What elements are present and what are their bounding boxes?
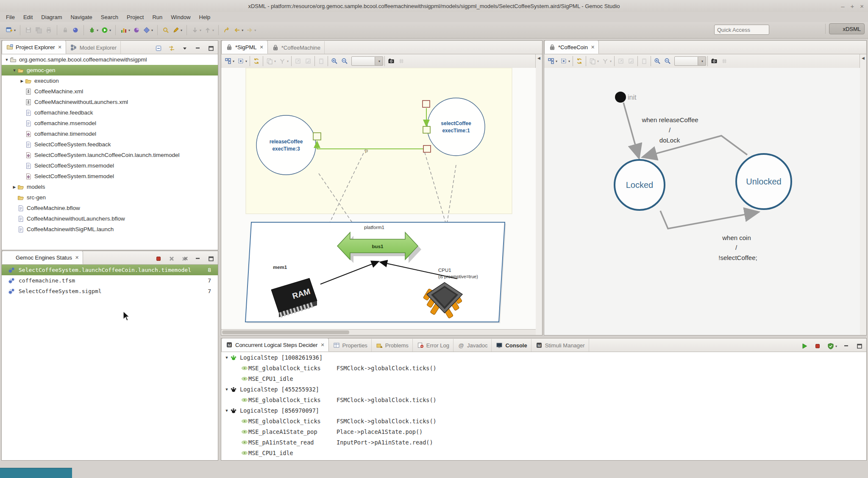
coverage-button[interactable]: ▾ bbox=[119, 25, 131, 36]
tree-collapse-arrow-icon[interactable]: ▶ bbox=[12, 185, 17, 189]
mse-event-row[interactable]: MSE_globalClock_ticksFSMClock->globalClo… bbox=[221, 363, 866, 373]
state-locked[interactable]: Locked bbox=[615, 160, 665, 210]
tree-item-coffeemachinewithoutlaunchers-bflow[interactable]: CoffeeMachinewithoutLaunchers.bflow bbox=[2, 213, 218, 224]
new-wizard-button[interactable]: ▾ bbox=[4, 25, 17, 36]
save-all-button[interactable] bbox=[33, 25, 44, 36]
transition-locked-to-unlocked[interactable] bbox=[660, 211, 756, 229]
dispose-all-button[interactable] bbox=[180, 253, 190, 264]
play-button[interactable] bbox=[799, 341, 810, 352]
dropdown-arrow-icon[interactable]: ▾ bbox=[835, 344, 837, 348]
close-icon[interactable]: ✕ bbox=[591, 45, 595, 50]
zoom-in-button[interactable] bbox=[329, 56, 339, 67]
zoom-out-button[interactable] bbox=[662, 56, 673, 67]
horizontal-scrollbar[interactable] bbox=[221, 329, 536, 335]
profile-button[interactable] bbox=[131, 25, 142, 36]
sigpml-palette-strip[interactable]: ◀ bbox=[535, 54, 542, 335]
zoom-level-select[interactable] bbox=[674, 56, 698, 66]
search-button[interactable] bbox=[161, 25, 171, 36]
dropdown-arrow-icon[interactable]: ▾ bbox=[568, 59, 570, 63]
snapshot-button[interactable] bbox=[386, 56, 396, 67]
tree-item-coffeemachine-bflow[interactable]: CoffeeMachine.bflow bbox=[2, 203, 218, 213]
export-button[interactable] bbox=[293, 56, 303, 67]
tree-item-src-gen[interactable]: src-gen bbox=[2, 192, 218, 203]
tree-item-org-gemoc-sample-bcool-coffeemachinewithsigpml[interactable]: ▼org.gemoc.sample.bcool.coffeemachinewit… bbox=[2, 54, 218, 65]
mse-event-row[interactable]: MSE_pA1inState_readInputPort->pA1inState… bbox=[221, 437, 866, 447]
close-icon[interactable]: ✕ bbox=[75, 255, 79, 260]
tree-expand-arrow-icon[interactable]: ▼ bbox=[224, 387, 230, 391]
save-button[interactable] bbox=[23, 25, 33, 36]
initial-state[interactable]: init bbox=[615, 92, 637, 103]
print-button[interactable] bbox=[44, 25, 54, 36]
menu-run[interactable]: Run bbox=[148, 13, 167, 21]
menu-project[interactable]: Project bbox=[122, 13, 148, 21]
logical-step-row[interactable]: ▼LogicalStep [856970097] bbox=[221, 405, 866, 416]
dispose-button[interactable] bbox=[167, 253, 177, 264]
tree-item-coffeemachine-xml[interactable]: CoffeeMachine.xml bbox=[2, 86, 218, 97]
input-port[interactable] bbox=[423, 145, 431, 152]
dropdown-arrow-icon[interactable]: ▾ bbox=[97, 28, 98, 32]
zoom-in-button[interactable] bbox=[652, 56, 662, 67]
coffeecoin-canvas[interactable]: init Locked Unlocked when releaseCoffee … bbox=[544, 68, 860, 335]
model-button[interactable]: ▾ bbox=[142, 25, 154, 36]
tab-coffeecoin[interactable]: *CoffeeCoin✕ bbox=[544, 40, 599, 54]
collapse-all-button[interactable] bbox=[153, 43, 164, 54]
minimize-button[interactable] bbox=[193, 43, 203, 54]
export-button[interactable] bbox=[616, 56, 626, 67]
tab-project-explorer[interactable]: Project Explorer✕ bbox=[2, 40, 66, 54]
layers-button[interactable]: ▾ bbox=[559, 56, 571, 67]
mse-event-row[interactable]: MSE_CPU1_idle bbox=[221, 373, 866, 384]
grid-button[interactable] bbox=[719, 56, 729, 67]
input-port[interactable] bbox=[423, 126, 430, 133]
dropdown-arrow-icon[interactable]: ▾ bbox=[181, 28, 182, 32]
tree-item-coffemachine-msemodel[interactable]: coffemachine.msemodel bbox=[2, 118, 218, 129]
dropdown-arrow-icon[interactable]: ▾ bbox=[151, 28, 153, 32]
tree-item-coffemachine-timemodel[interactable]: coffemachine.timemodel bbox=[2, 129, 218, 139]
dropdown-arrow-icon[interactable]: ▾ bbox=[254, 28, 256, 32]
menu-diagram[interactable]: Diagram bbox=[37, 13, 66, 21]
window-minimize-button[interactable]: – bbox=[841, 3, 844, 10]
dropdown-arrow-icon[interactable]: ▾ bbox=[245, 59, 247, 63]
dropdown-arrow-icon[interactable]: ▾ bbox=[109, 28, 111, 32]
zoom-level-dropdown[interactable]: ▾ bbox=[698, 56, 706, 66]
tab-stimuli-manager[interactable]: MStimuli Manager bbox=[531, 339, 589, 352]
view-menu-button[interactable] bbox=[180, 43, 190, 54]
tree-item-selectcoffeesystem-feedback[interactable]: SelectCoffeeSystem.feedback bbox=[2, 139, 218, 150]
tree-item-models[interactable]: ▶models bbox=[2, 182, 218, 192]
mse-event-row[interactable]: MSE_placeA1State_popPlace->placeA1State.… bbox=[221, 426, 866, 437]
mse-event-row[interactable]: MSE_globalClock_ticksFSMClock->globalClo… bbox=[221, 394, 866, 405]
refresh-button[interactable] bbox=[574, 56, 584, 67]
tree-expand-arrow-icon[interactable]: ▼ bbox=[12, 68, 17, 73]
select-mode-button[interactable]: ▾ bbox=[223, 56, 236, 67]
decider-menu-button[interactable]: ▾ bbox=[826, 341, 838, 352]
input-port[interactable] bbox=[423, 101, 430, 107]
tree-item-coffeemachinewithsigpml-launch[interactable]: CoffeeMachinewithSigPML.launch bbox=[2, 224, 218, 235]
tree-item-coffeemachinewithoutlaunchers-xml[interactable]: CoffeeMachinewithoutLaunchers.xml bbox=[2, 97, 218, 107]
coffeecoin-palette-strip[interactable]: ◀ bbox=[860, 54, 866, 335]
grid-button[interactable] bbox=[396, 56, 406, 67]
maximize-button[interactable] bbox=[206, 43, 216, 54]
minimize-button[interactable] bbox=[193, 253, 203, 264]
dropdown-arrow-icon[interactable]: ▾ bbox=[128, 28, 130, 32]
copy-button[interactable]: ▾ bbox=[264, 56, 277, 67]
tree-item-gemoc-gen[interactable]: ▼gemoc-gen bbox=[2, 65, 218, 75]
maximize-button[interactable] bbox=[206, 253, 216, 264]
tab-model-explorer[interactable]: Model Explorer bbox=[66, 41, 121, 54]
minimize-button[interactable] bbox=[841, 341, 851, 352]
stop-button[interactable] bbox=[812, 341, 823, 352]
dropdown-arrow-icon[interactable]: ▾ bbox=[274, 59, 276, 63]
tab-concurrent-logical-steps-decider[interactable]: MConcurrent Logical Steps Decider✕ bbox=[221, 338, 329, 352]
open-perspective-button[interactable] bbox=[812, 23, 822, 34]
tab-coffeemachine[interactable]: *CoffeeMachine bbox=[268, 41, 325, 54]
dropdown-arrow-icon[interactable]: ▾ bbox=[287, 59, 289, 63]
copy-button[interactable]: ▾ bbox=[587, 56, 600, 67]
tree-item-selectcoffeesystem-msemodel[interactable]: SelectCoffeeSystem.msemodel bbox=[2, 160, 218, 171]
close-icon[interactable]: ✕ bbox=[58, 45, 61, 50]
tab-console[interactable]: Console bbox=[492, 339, 531, 352]
tree-item-selectcoffeesystem-launchcoffeecoin-launch-timemodel[interactable]: SelectCoffeeSystem.launchCoffeeCoin.laun… bbox=[2, 150, 218, 160]
menu-search[interactable]: Search bbox=[97, 13, 122, 21]
forward-button[interactable]: ▾ bbox=[245, 25, 257, 36]
dropdown-arrow-icon[interactable]: ▾ bbox=[233, 59, 234, 63]
back-button[interactable]: ▾ bbox=[232, 25, 245, 36]
edit-diagram-button[interactable] bbox=[626, 56, 636, 67]
last-edit-button[interactable] bbox=[222, 25, 232, 36]
